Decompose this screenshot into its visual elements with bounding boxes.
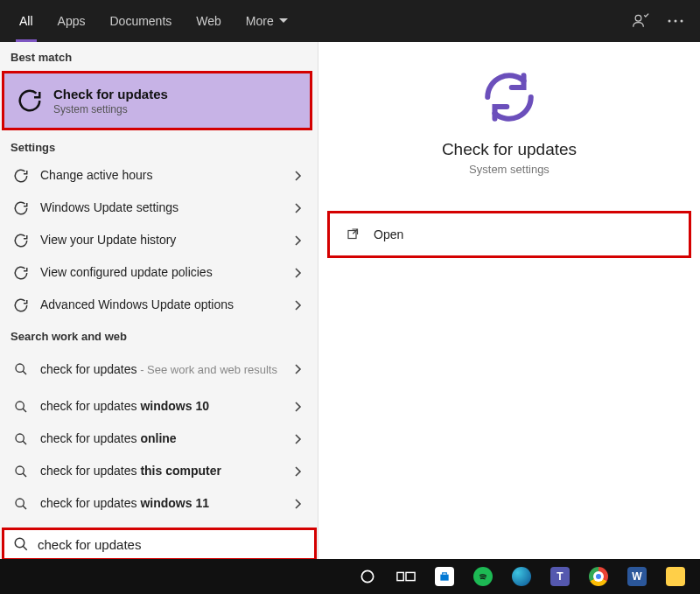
settings-item[interactable]: View your Update history — [0, 224, 318, 256]
search-icon — [10, 396, 32, 417]
feedback-icon[interactable] — [623, 0, 658, 42]
taskbar-spotify-icon[interactable] — [464, 559, 502, 594]
refresh-icon — [15, 86, 45, 115]
tab-documents[interactable]: Documents — [97, 0, 184, 42]
search-suggestion[interactable]: check for updates online — [0, 423, 318, 455]
tab-all[interactable]: All — [7, 0, 46, 42]
search-icon — [10, 461, 32, 482]
search-suggestion[interactable]: check for updates - See work and web res… — [0, 348, 318, 390]
chevron-right-icon — [290, 434, 307, 444]
chevron-right-icon — [290, 268, 307, 278]
search-suggestion[interactable]: check for updates windows 11 — [0, 487, 318, 520]
best-match-item[interactable]: Check for updates System settings — [2, 71, 312, 130]
svg-rect-14 — [406, 572, 415, 580]
settings-item[interactable]: Change active hours — [0, 159, 318, 192]
settings-item-label: View your Update history — [40, 233, 290, 248]
svg-point-5 — [16, 402, 24, 409]
taskbar-chrome-icon[interactable] — [579, 559, 618, 594]
search-suggestion-label: check for updates windows 10 — [40, 399, 290, 414]
search-suggestion-label: check for updates windows 11 — [40, 496, 290, 511]
chevron-down-icon — [279, 18, 288, 24]
open-icon — [346, 227, 361, 242]
svg-rect-13 — [397, 572, 403, 580]
refresh-icon — [10, 198, 32, 219]
taskbar-cortana-icon[interactable] — [348, 559, 387, 594]
search-suggestion-label: check for updates online — [40, 431, 290, 446]
search-header: All Apps Documents Web More — [0, 0, 700, 42]
taskbar-teams-icon[interactable]: T — [541, 559, 579, 594]
refresh-icon — [10, 262, 32, 283]
svg-point-12 — [361, 570, 373, 582]
settings-item-label: Advanced Windows Update options — [40, 297, 290, 312]
search-icon — [13, 536, 29, 552]
tab-web[interactable]: Web — [184, 0, 234, 42]
settings-item[interactable]: Advanced Windows Update options — [0, 289, 318, 321]
svg-point-0 — [635, 15, 641, 21]
open-label: Open — [374, 227, 403, 241]
chevron-right-icon — [290, 499, 307, 509]
section-best-match: Best match — [0, 42, 318, 69]
svg-point-1 — [668, 20, 671, 23]
svg-point-6 — [16, 434, 24, 442]
svg-point-4 — [16, 364, 24, 372]
tab-more[interactable]: More — [234, 0, 300, 42]
chevron-right-icon — [290, 203, 307, 213]
taskbar-explorer-icon[interactable] — [656, 559, 695, 594]
taskbar-word-icon[interactable]: W — [618, 559, 656, 594]
chevron-right-icon — [290, 364, 307, 374]
best-match-title: Check for updates — [53, 87, 168, 101]
svg-point-3 — [681, 20, 683, 23]
refresh-icon — [10, 165, 32, 186]
settings-item[interactable]: Windows Update settings — [0, 192, 318, 224]
detail-title: Check for updates — [442, 140, 577, 159]
search-suggestion-label: check for updates this computer — [40, 464, 290, 479]
chevron-right-icon — [290, 171, 307, 181]
chevron-right-icon — [290, 300, 307, 311]
detail-panel: Check for updates System settings Open — [318, 42, 700, 559]
svg-point-2 — [675, 20, 677, 23]
refresh-icon — [10, 295, 32, 316]
taskbar: T W — [0, 559, 700, 594]
search-suggestion[interactable]: check for updates this computer — [0, 455, 318, 487]
search-input[interactable] — [38, 537, 305, 552]
chevron-right-icon — [290, 235, 307, 246]
taskbar-edge-icon[interactable] — [502, 559, 541, 594]
best-match-subtitle: System settings — [53, 103, 168, 115]
svg-point-8 — [16, 499, 24, 507]
search-suggestion-label: check for updates - See work and web res… — [40, 362, 290, 377]
open-button[interactable]: Open — [327, 211, 691, 258]
svg-point-11 — [15, 538, 24, 548]
section-settings: Settings — [0, 132, 318, 159]
refresh-icon — [479, 66, 540, 128]
search-box[interactable] — [2, 528, 317, 561]
settings-item-label: Windows Update settings — [40, 200, 290, 215]
more-options-icon[interactable] — [658, 0, 693, 42]
taskbar-taskview-icon[interactable] — [387, 559, 425, 594]
chevron-right-icon — [290, 466, 307, 477]
svg-point-7 — [16, 466, 24, 474]
taskbar-store-icon[interactable] — [425, 559, 464, 594]
results-panel: Best match Check for updates System sett… — [0, 42, 318, 559]
search-suggestion[interactable]: check for updates windows 10 — [0, 390, 318, 423]
section-search: Search work and web — [0, 321, 318, 348]
refresh-icon — [10, 230, 32, 251]
settings-item-label: View configured update policies — [40, 265, 290, 280]
tab-apps[interactable]: Apps — [46, 0, 98, 42]
settings-item-label: Change active hours — [40, 168, 290, 183]
search-icon — [10, 429, 32, 450]
chevron-right-icon — [290, 402, 307, 412]
settings-item[interactable]: View configured update policies — [0, 256, 318, 289]
search-icon — [10, 493, 32, 514]
detail-subtitle: System settings — [469, 163, 550, 176]
search-icon — [10, 359, 32, 380]
